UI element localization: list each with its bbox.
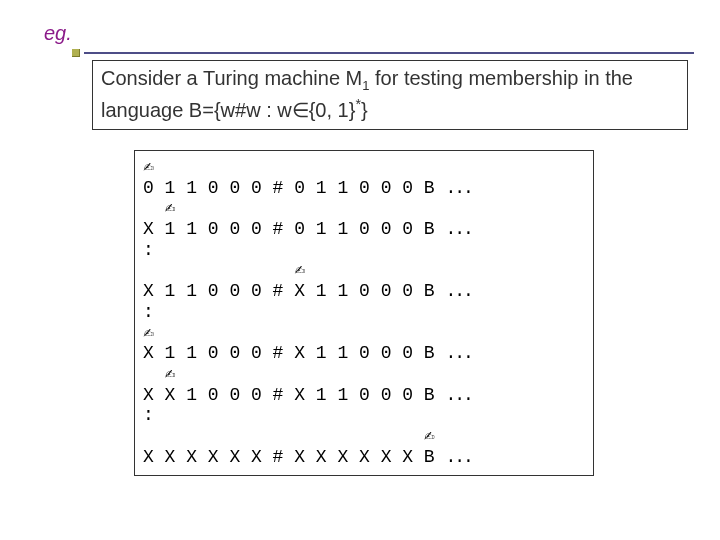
tape-trace: ✍ 0 1 1 0 0 0 # 0 1 1 0 0 0 B ... ✍ X 1 … <box>134 150 594 476</box>
problem-statement: Consider a Turing machine M1 for testing… <box>92 60 688 130</box>
slide: eg. Consider a Turing machine M1 for tes… <box>0 0 720 540</box>
head-row-10: ✍ <box>143 364 585 385</box>
tape-row-9: X 1 1 0 0 0 # X 1 1 0 0 0 B ... <box>143 343 585 364</box>
head-row-0: ✍ <box>143 157 585 178</box>
head-row-2: ✍ <box>143 198 585 219</box>
problem-text-1: Consider a Turing machine M <box>101 67 362 89</box>
tape-row-14: X X X X X X # X X X X X X B ... <box>143 447 585 468</box>
head-row-8: ✍ <box>143 323 585 344</box>
problem-text-3: {0, 1} <box>309 99 356 121</box>
head-row-13: ✍ <box>143 426 585 447</box>
vdots-4: : <box>143 240 585 261</box>
example-label: eg. <box>44 22 72 45</box>
vdots-7: : <box>143 302 585 323</box>
tape-row-11: X X 1 0 0 0 # X 1 1 0 0 0 B ... <box>143 385 585 406</box>
head-row-5: ✍ <box>143 260 585 281</box>
header-underline <box>84 52 694 54</box>
tape-row-3: X 1 1 0 0 0 # 0 1 1 0 0 0 B ... <box>143 219 585 240</box>
m-subscript: 1 <box>362 78 369 93</box>
problem-text-4: } <box>361 99 368 121</box>
vdots-12: : <box>143 405 585 426</box>
tape-row-1: 0 1 1 0 0 0 # 0 1 1 0 0 0 B ... <box>143 178 585 199</box>
tape-row-6: X 1 1 0 0 0 # X 1 1 0 0 0 B ... <box>143 281 585 302</box>
bullet-decor <box>72 49 80 57</box>
element-of: ∈ <box>292 99 309 121</box>
